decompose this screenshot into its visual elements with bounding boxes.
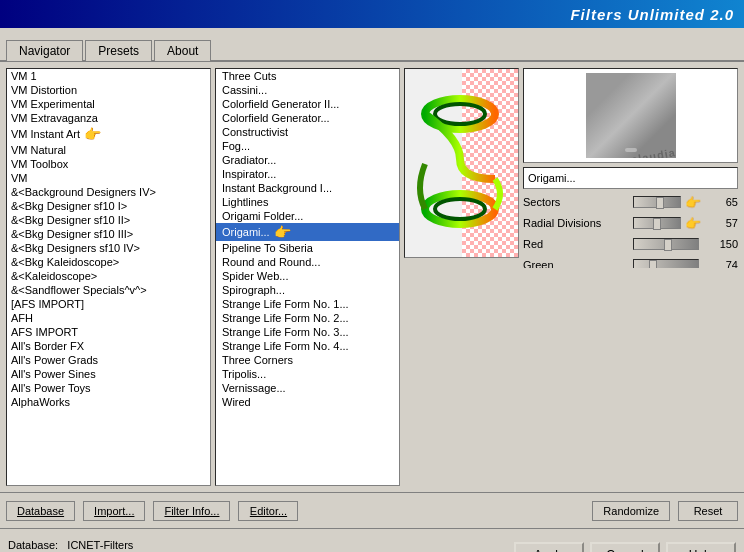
param-row: Red150 xyxy=(523,235,738,253)
left-panel-item[interactable]: &<Bkg Designer sf10 I> xyxy=(7,199,210,213)
left-panel-item[interactable]: All's Border FX xyxy=(7,339,210,353)
middle-panel-item[interactable]: Spirograph... xyxy=(216,283,399,297)
left-panel-item[interactable]: &<Bkg Designer sf10 II> xyxy=(7,213,210,227)
left-panel-item[interactable]: VM Toolbox xyxy=(7,157,210,171)
middle-panel-item[interactable]: Strange Life Form No. 1... xyxy=(216,297,399,311)
app-title: Filters Unlimited 2.0 xyxy=(570,6,734,23)
left-panel-item[interactable]: VM 1 xyxy=(7,69,210,83)
pointer-icon: 👉 xyxy=(685,195,701,210)
left-panel-item[interactable]: All's Power Sines xyxy=(7,367,210,381)
status-bar: Database: ICNET-Filters Filters: 4134 Ap… xyxy=(0,528,744,552)
param-slider[interactable] xyxy=(633,259,699,268)
param-row: Green74 xyxy=(523,256,738,268)
param-slider[interactable] xyxy=(633,196,681,208)
left-panel-item[interactable]: &<Bkg Designers sf10 IV> xyxy=(7,241,210,255)
params-area: Sectors👉65Radial Divisions👉57Red150Green… xyxy=(523,193,738,268)
middle-panel-item[interactable]: Tripolis... xyxy=(216,367,399,381)
middle-panel-item[interactable]: Constructivist xyxy=(216,125,399,139)
middle-panel-item[interactable]: Lightlines xyxy=(216,195,399,209)
middle-panel-item[interactable]: Strange Life Form No. 4... xyxy=(216,339,399,353)
origami-preview-thumb: claudia xyxy=(523,68,738,163)
middle-panel-item[interactable]: Pipeline To Siberia xyxy=(216,241,399,255)
main-content: VM 1VM DistortionVM ExperimentalVM Extra… xyxy=(0,62,744,492)
database-button[interactable]: Database xyxy=(6,501,75,521)
help-button[interactable]: Help xyxy=(666,542,736,553)
middle-panel-item[interactable]: Cassini... xyxy=(216,83,399,97)
middle-panel-item[interactable]: Strange Life Form No. 3... xyxy=(216,325,399,339)
middle-panel-item[interactable]: Three Corners xyxy=(216,353,399,367)
middle-panel-item[interactable]: Gradiator... xyxy=(216,153,399,167)
pointer-icon: 👉 xyxy=(84,126,101,142)
left-panel-item[interactable]: All's Power Grads xyxy=(7,353,210,367)
middle-panel-item[interactable]: Three Cuts xyxy=(216,69,399,83)
svg-point-1 xyxy=(435,104,485,124)
param-slider[interactable] xyxy=(633,238,699,250)
left-panel-item[interactable]: VM Experimental xyxy=(7,97,210,111)
status-info: Database: ICNET-Filters Filters: 4134 xyxy=(8,537,133,552)
slider-thumb xyxy=(653,218,661,230)
slider-thumb xyxy=(664,239,672,251)
middle-panel-item[interactable]: Colorfield Generator II... xyxy=(216,97,399,111)
param-value: 57 xyxy=(703,217,738,229)
action-buttons: Apply Cancel Help xyxy=(514,542,736,553)
slider-thumb xyxy=(649,260,657,268)
tab-bar: Navigator Presets About xyxy=(0,28,744,62)
left-panel-item[interactable]: &<Sandflower Specials^v^> xyxy=(7,283,210,297)
middle-panel-item[interactable]: Origami...👉 xyxy=(216,223,399,241)
param-row: Sectors👉65 xyxy=(523,193,738,211)
middle-panel-item[interactable]: Inspirator... xyxy=(216,167,399,181)
left-panel-item[interactable]: VM Distortion xyxy=(7,83,210,97)
left-panel-item[interactable]: VM xyxy=(7,171,210,185)
param-value: 74 xyxy=(703,259,738,268)
reset-button[interactable]: Reset xyxy=(678,501,738,521)
slider-thumb xyxy=(656,197,664,209)
middle-panel-item[interactable]: Colorfield Generator... xyxy=(216,111,399,125)
filter-info-button[interactable]: Filter Info... xyxy=(153,501,230,521)
filter-name-display: Origami... xyxy=(523,167,738,189)
middle-panel[interactable]: Three CutsCassini...Colorfield Generator… xyxy=(215,68,400,486)
tab-navigator[interactable]: Navigator xyxy=(6,40,83,61)
middle-panel-item[interactable]: Wired xyxy=(216,395,399,409)
title-bar: Filters Unlimited 2.0 xyxy=(0,0,744,28)
left-panel-item[interactable]: VM Natural xyxy=(7,143,210,157)
left-panel-item[interactable]: AlphaWorks xyxy=(7,395,210,409)
pointer-icon: 👉 xyxy=(685,216,701,231)
left-panel-item[interactable]: &<Background Designers IV> xyxy=(7,185,210,199)
randomize-button[interactable]: Randomize xyxy=(592,501,670,521)
param-label: Red xyxy=(523,238,633,250)
import-button[interactable]: Import... xyxy=(83,501,145,521)
left-panel-item[interactable]: VM Instant Art👉 xyxy=(7,125,210,143)
param-label: Green xyxy=(523,259,633,268)
left-panel-item[interactable]: AFH xyxy=(7,311,210,325)
pointer-icon: 👉 xyxy=(274,224,291,240)
middle-panel-item[interactable]: Round and Round... xyxy=(216,255,399,269)
left-panel-item[interactable]: [AFS IMPORT] xyxy=(7,297,210,311)
left-panel-item[interactable]: All's Power Toys xyxy=(7,381,210,395)
editor-button[interactable]: Editor... xyxy=(238,501,298,521)
bottom-toolbar: Database Import... Filter Info... Editor… xyxy=(0,492,744,528)
middle-panel-item[interactable]: Fog... xyxy=(216,139,399,153)
main-preview xyxy=(404,68,519,258)
left-panel-item[interactable]: &<Bkg Designer sf10 III> xyxy=(7,227,210,241)
middle-panel-item[interactable]: Instant Background I... xyxy=(216,181,399,195)
middle-panel-item[interactable]: Spider Web... xyxy=(216,269,399,283)
left-panel[interactable]: VM 1VM DistortionVM ExperimentalVM Extra… xyxy=(6,68,211,486)
preview-area: claudia Origami... Sectors👉65Radial Divi… xyxy=(404,68,738,268)
tab-about[interactable]: About xyxy=(154,40,211,61)
tab-presets[interactable]: Presets xyxy=(85,40,152,61)
svg-point-3 xyxy=(435,199,485,219)
preview-label-box: claudia Origami... Sectors👉65Radial Divi… xyxy=(523,68,738,268)
middle-panel-item[interactable]: Origami Folder... xyxy=(216,209,399,223)
spiral-svg xyxy=(405,69,515,254)
middle-panel-item[interactable]: Vernissage... xyxy=(216,381,399,395)
left-panel-item[interactable]: AFS IMPORT xyxy=(7,325,210,339)
left-panel-item[interactable]: &<Bkg Kaleidoscope> xyxy=(7,255,210,269)
apply-button[interactable]: Apply xyxy=(514,542,584,553)
param-row: Radial Divisions👉57 xyxy=(523,214,738,232)
left-panel-item[interactable]: &<Kaleidoscope> xyxy=(7,269,210,283)
middle-panel-item[interactable]: Strange Life Form No. 2... xyxy=(216,311,399,325)
right-panel: claudia Origami... Sectors👉65Radial Divi… xyxy=(404,68,738,486)
param-slider[interactable] xyxy=(633,217,681,229)
left-panel-item[interactable]: VM Extravaganza xyxy=(7,111,210,125)
cancel-button[interactable]: Cancel xyxy=(590,542,660,553)
